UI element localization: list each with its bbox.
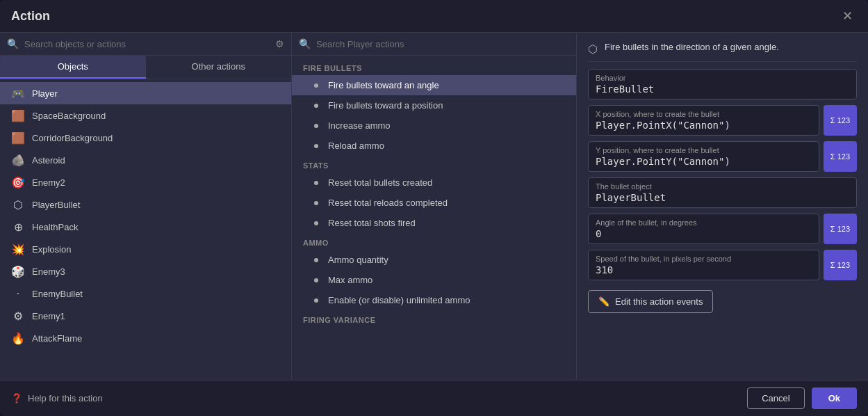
sigma-icon: Σ	[830, 261, 835, 269]
left-panel: 🔍 ⚙ Objects Other actions 🎮Player🟫SpaceB…	[0, 33, 292, 380]
object-item[interactable]: ⊕HealthPack	[0, 216, 291, 238]
expr-button[interactable]: Σ 123	[824, 250, 857, 280]
svg-point-9	[314, 298, 318, 303]
action-item-label: Reset total reloads completed	[328, 198, 448, 208]
cancel-button[interactable]: Cancel	[747, 387, 804, 409]
object-item[interactable]: 🟫CorridorBackground	[0, 127, 291, 149]
ok-button[interactable]: Ok	[812, 387, 857, 409]
action-group-label: STATS	[292, 156, 576, 173]
param-label: Behavior	[596, 74, 849, 82]
close-button[interactable]: ✕	[838, 7, 857, 25]
object-item[interactable]: ⚙Enemy1	[0, 305, 291, 327]
param-field: BehaviorFireBullet	[588, 69, 857, 99]
svg-point-8	[314, 278, 318, 282]
tab-row: Objects Other actions	[0, 56, 291, 79]
object-item[interactable]: 💥Explosion	[0, 238, 291, 260]
expr-btn-label: 123	[837, 225, 850, 233]
action-item[interactable]: Max ammo	[292, 270, 576, 290]
action-desc-icon: ⬡	[588, 42, 598, 56]
dialog-header: Action ✕	[0, 0, 868, 33]
action-bullet-icon	[311, 275, 321, 285]
object-name: CorridorBackground	[32, 133, 113, 143]
object-item[interactable]: 🔥AttackFlame	[0, 327, 291, 349]
svg-point-2	[314, 124, 318, 128]
param-field: The bullet objectPlayerBullet	[588, 177, 857, 208]
object-name: Enemy1	[32, 311, 65, 321]
expr-button[interactable]: Σ 123	[824, 105, 857, 136]
action-item[interactable]: Increase ammo	[292, 115, 576, 136]
object-name: PlayerBullet	[32, 200, 80, 210]
object-item[interactable]: 🟫SpaceBackground	[0, 104, 291, 127]
action-item[interactable]: Ammo quantity	[292, 250, 576, 270]
object-icon: ⊕	[11, 220, 25, 234]
param-value: 0	[596, 228, 812, 239]
object-item[interactable]: ⬡PlayerBullet	[0, 193, 291, 216]
action-bullet-icon	[311, 101, 321, 111]
svg-point-5	[314, 201, 318, 205]
object-item[interactable]: 🪨Asteroid	[0, 149, 291, 171]
action-item[interactable]: Fire bullets toward an angle	[292, 75, 576, 95]
object-icon: ⬡	[11, 198, 25, 211]
search-icon: 🔍	[7, 38, 19, 49]
expr-button[interactable]: Σ 123	[824, 141, 857, 172]
action-item[interactable]: Reset total shots fired	[292, 213, 576, 233]
action-item-label: Enable (or disable) unlimited ammo	[328, 295, 470, 305]
mid-search-icon: 🔍	[299, 38, 311, 49]
action-item[interactable]: Reset total bullets created	[292, 173, 576, 193]
action-item[interactable]: Reset total reloads completed	[292, 193, 576, 213]
param-value: PlayerBullet	[596, 192, 849, 203]
tab-other-actions[interactable]: Other actions	[146, 56, 292, 79]
edit-events-button[interactable]: ✏️Edit this action events	[588, 290, 713, 313]
object-item[interactable]: 🎮Player	[0, 82, 291, 104]
action-item[interactable]: Enable (or disable) unlimited ammo	[292, 290, 576, 310]
object-icon: 💥	[11, 242, 25, 256]
param-row: The bullet objectPlayerBullet	[588, 177, 857, 208]
action-group-label: FIRE BULLETS	[292, 58, 576, 75]
action-bullet-icon	[311, 81, 321, 90]
object-name: SpaceBackground	[32, 111, 106, 121]
object-search-input[interactable]	[24, 39, 270, 49]
object-icon: 🔥	[11, 331, 25, 345]
action-bullet-icon	[311, 198, 321, 208]
left-search-bar: 🔍 ⚙	[0, 33, 291, 56]
action-item-label: Increase ammo	[328, 120, 391, 131]
action-group-label: FIRING VARIANCE	[292, 310, 576, 327]
action-item[interactable]: Reload ammo	[292, 136, 576, 156]
edit-events-label: Edit this action events	[615, 296, 703, 307]
param-value: FireBullet	[596, 83, 849, 95]
action-bullet-icon	[311, 178, 321, 188]
object-item[interactable]: 🎯Enemy2	[0, 171, 291, 193]
expr-btn-label: 123	[837, 116, 850, 125]
object-item[interactable]: 🎲Enemy3	[0, 260, 291, 282]
svg-point-6	[314, 221, 318, 225]
object-icon: 🎯	[11, 175, 25, 189]
help-button[interactable]: ❓ Help for this action	[11, 393, 103, 403]
object-name: Enemy2	[32, 177, 65, 188]
param-field: Speed of the bullet, in pixels per secon…	[588, 250, 819, 280]
help-icon: ❓	[11, 393, 22, 403]
svg-point-0	[314, 83, 318, 88]
param-value: 310	[596, 264, 812, 275]
param-label: The bullet object	[596, 182, 849, 191]
action-bullet-icon	[311, 121, 321, 131]
sigma-icon: Σ	[830, 225, 835, 233]
object-item[interactable]: ·EnemyBullet	[0, 282, 291, 305]
action-desc-text: Fire bullets in the direction of a given…	[605, 41, 779, 54]
svg-point-3	[314, 144, 318, 148]
object-list: 🎮Player🟫SpaceBackground🟫CorridorBackgrou…	[0, 79, 291, 380]
filter-icon[interactable]: ⚙	[275, 38, 284, 49]
action-item-label: Fire bullets toward an angle	[328, 80, 439, 90]
action-item-label: Fire bullets toward a position	[328, 100, 443, 111]
right-panel: ⬡ Fire bullets in the direction of a giv…	[577, 33, 868, 380]
action-search-input[interactable]	[316, 39, 569, 49]
action-item[interactable]: Fire bullets toward a position	[292, 95, 576, 115]
expr-button[interactable]: Σ 123	[824, 214, 857, 244]
action-bullet-icon	[311, 141, 321, 151]
param-group: BehaviorFireBulletX position, where to c…	[588, 69, 857, 280]
param-label: Y position, where to create the bullet	[596, 146, 812, 154]
param-value: Player.PointX("Cannon")	[596, 120, 812, 131]
object-name: AttackFlame	[32, 333, 82, 344]
object-icon: 🎮	[11, 86, 25, 100]
tab-objects[interactable]: Objects	[0, 56, 146, 79]
param-field: Angle of the bullet, in degrees0	[588, 214, 819, 244]
